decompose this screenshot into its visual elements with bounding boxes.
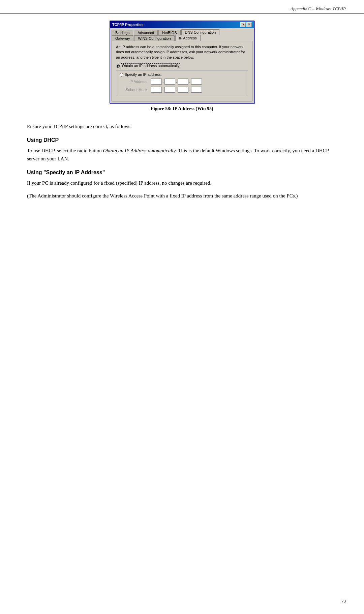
titlebar-buttons: ? ✕ [240, 22, 252, 27]
radio-auto-circle [116, 64, 120, 68]
ip-address-label: IP Address: [120, 80, 148, 84]
tab-gateway[interactable]: Gateway [112, 35, 133, 41]
description-text: An IP address can be automatically assig… [116, 44, 248, 60]
ip-seg-2[interactable] [164, 79, 175, 85]
ip-dot-3: . [189, 79, 190, 84]
subnet-seg-4[interactable] [191, 87, 202, 93]
tab-wins-configuration[interactable]: WINS Configuration [134, 35, 174, 41]
ip-dot-1: . [162, 79, 164, 84]
radio-specify-label: Specify an IP address: [125, 72, 162, 76]
tab-advanced[interactable]: Advanced [134, 30, 158, 35]
radio-specify-circle [120, 73, 123, 76]
ip-dot-2: . [176, 79, 177, 84]
ip-seg-1[interactable] [151, 79, 162, 85]
header-text: Appendix C – Windows TCP/IP [291, 6, 346, 11]
tabs-row-2: Gateway WINS Configuration IP Address [112, 35, 252, 41]
specify-para-1: If your PC is already configured for a f… [27, 179, 337, 187]
specify-group: Specify an IP address: IP Address: . . . [116, 70, 248, 97]
tab-bindings[interactable]: Bindings [112, 30, 133, 35]
ip-input-group: . . . [151, 79, 202, 85]
win-titlebar: TCP/IP Properties ? ✕ [110, 21, 254, 28]
specify-para-2: (The Administrator should configure the … [27, 192, 337, 200]
ip-seg-3[interactable] [178, 79, 188, 85]
ip-seg-4[interactable] [191, 79, 202, 85]
radio-auto-option[interactable]: Obtain an IP address automatically [116, 63, 248, 68]
main-content: TCP/IP Properties ? ✕ Bindings Advanced … [0, 21, 364, 200]
subnet-seg-1[interactable] [151, 87, 162, 93]
tabs-row-1: Bindings Advanced NetBIOS DNS Configurat… [112, 29, 252, 35]
radio-specify-option[interactable]: Specify an IP address: [120, 72, 244, 76]
intro-text: Ensure your TCP/IP settings are correct,… [27, 122, 337, 130]
tab-ip-address[interactable]: IP Address [175, 35, 201, 41]
subnet-dot-3: . [189, 87, 190, 92]
dialog-body: An IP address can be automatically assig… [112, 41, 252, 101]
help-button[interactable]: ? [240, 22, 246, 27]
page-footer: 73 [341, 598, 346, 604]
subnet-input-group: . . . [151, 87, 202, 93]
page-header: Appendix C – Windows TCP/IP [0, 0, 364, 14]
page-number: 73 [341, 598, 346, 604]
win-dialog: TCP/IP Properties ? ✕ Bindings Advanced … [110, 21, 254, 103]
tabs-area: Bindings Advanced NetBIOS DNS Configurat… [110, 28, 254, 41]
heading-using-dhcp: Using DHCP [27, 137, 337, 143]
subnet-dot-2: . [176, 87, 177, 92]
dhcp-para-1: To use DHCP, select the radio button Obt… [27, 147, 337, 163]
ip-address-row: IP Address: . . . [120, 79, 244, 85]
radio-auto-label: Obtain an IP address automatically [121, 63, 180, 68]
dialog-container: TCP/IP Properties ? ✕ Bindings Advanced … [27, 21, 337, 118]
dhcp-italic: Obtain an IP Address automatically [103, 148, 176, 153]
heading-using-specify: Using "Specify an IP Address" [27, 170, 337, 176]
tab-dns-configuration[interactable]: DNS Configuration [181, 29, 220, 35]
dialog-title: TCP/IP Properties [112, 23, 144, 27]
tab-netbios[interactable]: NetBIOS [158, 30, 180, 35]
subnet-dot-1: . [162, 87, 164, 92]
subnet-seg-2[interactable] [164, 87, 175, 93]
subnet-mask-label: Subnet Mask: [120, 88, 148, 92]
figure-caption: Figure 58: IP Address (Win 95) [151, 106, 213, 112]
subnet-mask-row: Subnet Mask: . . . [120, 87, 244, 93]
close-button[interactable]: ✕ [246, 22, 252, 27]
subnet-seg-3[interactable] [178, 87, 188, 93]
